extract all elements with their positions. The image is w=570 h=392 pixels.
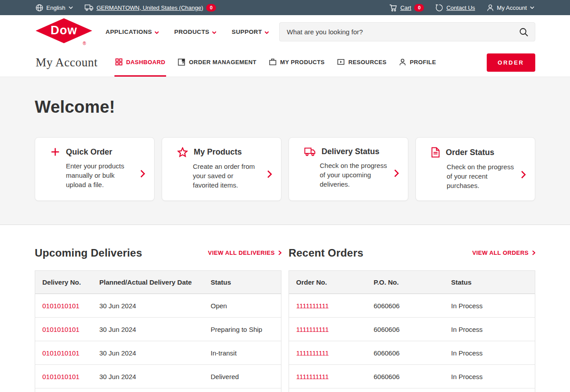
delivery-number-link[interactable]: 0101010101 bbox=[35, 302, 92, 310]
status-value: In Process bbox=[444, 326, 535, 333]
chevron-right-icon bbox=[521, 171, 526, 179]
orders-table: Order No. P.O. No. Status 1111111111 606… bbox=[289, 270, 535, 392]
primary-nav: APPLICATIONS PRODUCTS SUPPORT bbox=[106, 29, 269, 35]
dow-logo-word: Dow bbox=[36, 18, 92, 43]
status-value: Delivered bbox=[204, 373, 281, 380]
card-order-status[interactable]: Order Status Check on the progress of yo… bbox=[415, 137, 535, 201]
grid-icon bbox=[115, 58, 122, 65]
search-input[interactable] bbox=[287, 28, 519, 36]
tab-order-management[interactable]: ORDER MANAGEMENT bbox=[177, 49, 257, 77]
registered-mark: ® bbox=[83, 41, 86, 46]
card-my-products[interactable]: My Products Create an order from your sa… bbox=[162, 137, 281, 201]
table-row: 0101010101 30 Jun 2024 In-transit bbox=[35, 341, 281, 365]
account-tabs: DASHBOARD ORDER MANAGEMENT MY PRODUCTS bbox=[114, 49, 437, 77]
card-title: Order Status bbox=[446, 148, 494, 157]
order-number-link[interactable]: 1111111111 bbox=[289, 326, 366, 333]
card-description: Enter your products manually or bulk upl… bbox=[66, 161, 134, 189]
globe-icon bbox=[36, 4, 43, 12]
chevron-right-icon bbox=[140, 170, 145, 178]
orders-heading: Recent Orders bbox=[289, 247, 363, 259]
recent-orders-section: Recent Orders VIEW ALL ORDERS Order No. … bbox=[289, 246, 535, 392]
chevron-down-icon bbox=[212, 31, 216, 34]
cart-badge: 0 bbox=[414, 4, 424, 12]
ship-to-location[interactable]: GERMANTOWN, United States (Change) 0 bbox=[85, 4, 216, 12]
star-icon bbox=[177, 147, 188, 157]
nav-item-products[interactable]: PRODUCTS bbox=[174, 29, 216, 35]
cart-icon bbox=[389, 4, 397, 12]
order-number-link[interactable]: 1111111111 bbox=[289, 302, 366, 310]
orders-header-row: Order No. P.O. No. Status bbox=[289, 271, 535, 294]
table-row bbox=[35, 388, 281, 392]
welcome-heading: Welcome! bbox=[35, 98, 535, 117]
delivery-number-link[interactable]: 0101010101 bbox=[35, 373, 92, 380]
table-row: 1111111111 6060606 In Process bbox=[289, 365, 535, 388]
briefcase-icon bbox=[269, 58, 277, 65]
top-utility-bar: English GERMANTOWN, United States (Chang… bbox=[0, 0, 570, 15]
upcoming-deliveries-section: Upcoming Deliveries VIEW ALL DELIVERIES … bbox=[35, 246, 281, 392]
status-value: In Process bbox=[444, 373, 535, 380]
nav-item-applications[interactable]: APPLICATIONS bbox=[106, 29, 159, 35]
location-link[interactable]: GERMANTOWN, United States (Change) bbox=[97, 4, 204, 11]
tab-my-products[interactable]: MY PRODUCTS bbox=[268, 49, 326, 77]
welcome-section: Welcome! Quick Order Enter your products… bbox=[0, 77, 570, 225]
card-title: Delivery Status bbox=[322, 147, 379, 156]
tab-resources[interactable]: RESOURCES bbox=[336, 49, 387, 77]
nav-item-support[interactable]: SUPPORT bbox=[232, 29, 269, 35]
card-quick-order[interactable]: Quick Order Enter your products manually… bbox=[35, 137, 155, 201]
cart-link[interactable]: Cart bbox=[400, 4, 411, 11]
card-description: Create an order from your saved or favor… bbox=[193, 162, 261, 190]
order-number-link[interactable]: 1111111111 bbox=[289, 349, 366, 357]
chevron-down-icon bbox=[155, 31, 159, 34]
chevron-right-icon bbox=[278, 250, 281, 255]
status-value: Preparing to Ship bbox=[204, 326, 281, 333]
view-all-orders-link[interactable]: VIEW ALL ORDERS bbox=[472, 249, 535, 256]
package-icon bbox=[178, 58, 185, 66]
account-label: My Account bbox=[497, 4, 527, 11]
status-value: In-transit bbox=[204, 349, 281, 357]
delivery-number-link[interactable]: 0101010101 bbox=[35, 349, 92, 357]
table-row: 1111111111 6060606 In Process bbox=[289, 341, 535, 365]
status-value: Open bbox=[204, 302, 281, 310]
card-title: Quick Order bbox=[66, 147, 112, 157]
card-description: Check on the progress of your recent pur… bbox=[447, 162, 514, 190]
location-badge: 0 bbox=[206, 4, 216, 12]
deliveries-heading: Upcoming Deliveries bbox=[35, 247, 142, 259]
card-delivery-status[interactable]: Delivery Status Check on the progress of… bbox=[289, 137, 408, 201]
order-button[interactable]: ORDER bbox=[487, 53, 535, 72]
table-row: 0101010101 30 Jun 2024 Open bbox=[35, 294, 281, 318]
account-title: My Account bbox=[36, 56, 98, 69]
dashboard-tables: Upcoming Deliveries VIEW ALL DELIVERIES … bbox=[0, 225, 570, 392]
table-row: 1111111111 6060606 In Process bbox=[289, 294, 535, 318]
chat-icon bbox=[436, 4, 443, 12]
delivery-number-link[interactable]: 0101010101 bbox=[35, 326, 92, 333]
deliveries-header-row: Delivery No. Planned/Actual Delivery Dat… bbox=[35, 271, 281, 294]
plus-icon bbox=[50, 147, 60, 157]
tab-profile[interactable]: PROFILE bbox=[398, 49, 437, 77]
person-icon bbox=[487, 4, 494, 12]
my-account-menu[interactable]: My Account bbox=[487, 4, 534, 12]
language-label: English bbox=[46, 4, 65, 11]
order-number-link[interactable]: 1111111111 bbox=[289, 373, 366, 380]
chevron-down-icon bbox=[530, 6, 534, 9]
contact-link[interactable]: Contact Us bbox=[446, 4, 475, 11]
main-header: Dow ® APPLICATIONS PRODUCTS SUPPORT bbox=[0, 15, 570, 49]
search-icon[interactable] bbox=[519, 27, 529, 37]
truck-icon bbox=[304, 147, 316, 156]
chevron-right-icon bbox=[532, 250, 535, 255]
language-selector[interactable]: English bbox=[36, 4, 73, 12]
card-title: My Products bbox=[194, 147, 242, 157]
table-row bbox=[289, 388, 535, 392]
chevron-down-icon bbox=[69, 6, 73, 9]
chevron-right-icon bbox=[267, 170, 272, 178]
chevron-down-icon bbox=[265, 31, 269, 34]
person-icon bbox=[399, 58, 406, 66]
dow-logo[interactable]: Dow ® bbox=[36, 18, 92, 46]
deliveries-table: Delivery No. Planned/Actual Delivery Dat… bbox=[35, 270, 281, 392]
chevron-right-icon bbox=[394, 169, 399, 177]
tab-dashboard[interactable]: DASHBOARD bbox=[114, 49, 166, 77]
table-row: 1111111111 6060606 In Process bbox=[289, 318, 535, 341]
view-all-deliveries-link[interactable]: VIEW ALL DELIVERIES bbox=[208, 249, 281, 256]
contact-us[interactable]: Contact Us bbox=[436, 4, 475, 12]
account-nav: My Account DASHBOARD ORDER MANAGEMENT bbox=[0, 49, 570, 77]
cart[interactable]: Cart 0 bbox=[389, 4, 424, 12]
